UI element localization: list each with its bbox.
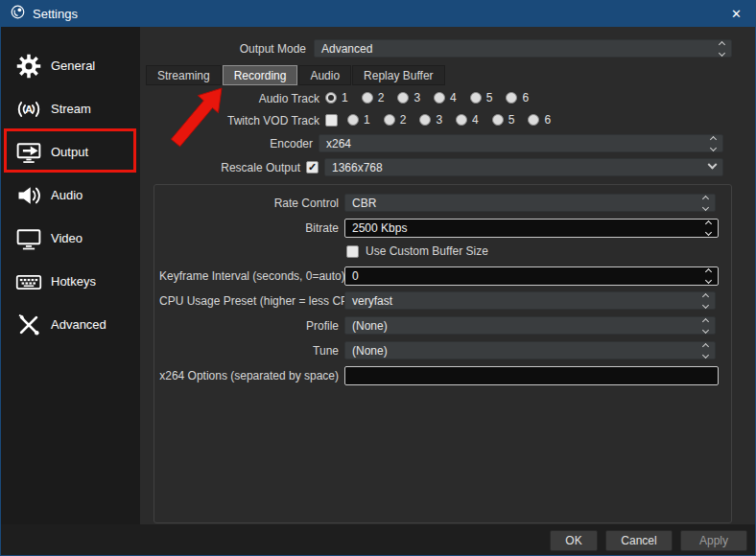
profile-label: Profile <box>159 317 339 336</box>
profile-value: (None) <box>352 319 388 333</box>
hotkeys-icon <box>12 268 45 295</box>
keyframe-interval-input[interactable]: 0 <box>344 266 719 286</box>
radio-label: 4 <box>450 91 457 104</box>
audio-track-radio-1[interactable] <box>325 92 337 104</box>
spinner-arrows-icon[interactable] <box>706 269 711 283</box>
radio-label: 2 <box>400 113 407 127</box>
output-mode-value: Advanced <box>321 42 372 56</box>
twitch-vod-radio-3[interactable] <box>419 114 431 126</box>
tab-audio[interactable]: Audio <box>298 65 351 85</box>
rate-control-select[interactable]: CBR <box>344 194 716 212</box>
audio-track-radio-2[interactable] <box>362 92 373 104</box>
output-mode-label: Output Mode <box>145 40 306 58</box>
custom-buffer-label: Use Custom Buffer Size <box>366 244 488 258</box>
tab-recording[interactable]: Recording <box>223 65 298 85</box>
keyframe-interval-label: Keyframe Interval (seconds, 0=auto) <box>159 267 339 286</box>
gear-icon <box>12 53 45 80</box>
tune-select[interactable]: (None) <box>344 341 716 359</box>
audio-track-radio-5[interactable] <box>470 92 482 104</box>
cpu-preset-value: veryfast <box>352 294 392 308</box>
output-tabbar: Streaming Recording Audio Replay Buffer <box>146 65 446 85</box>
radio-label: 5 <box>486 91 493 104</box>
spinner-arrows-icon[interactable] <box>703 319 708 333</box>
audio-track-radio-3[interactable] <box>397 92 409 104</box>
sidebar-item-label: Audio <box>51 188 83 202</box>
bitrate-label: Bitrate <box>159 220 339 238</box>
cancel-button[interactable]: Cancel <box>605 530 673 551</box>
twitch-vod-radio-5[interactable] <box>492 114 504 126</box>
close-icon[interactable]: ✕ <box>727 7 745 21</box>
apply-button[interactable]: Apply <box>680 530 747 551</box>
chevron-down-icon[interactable] <box>708 160 718 170</box>
stream-icon: A <box>12 96 45 123</box>
custom-buffer-row: Use Custom Buffer Size <box>346 244 488 258</box>
radio-label: 1 <box>364 113 370 127</box>
tab-streaming[interactable]: Streaming <box>146 65 222 85</box>
audio-track-radio-6[interactable] <box>506 92 517 104</box>
sidebar-item-label: Advanced <box>51 317 106 332</box>
custom-buffer-checkbox[interactable] <box>346 245 359 258</box>
svg-text:A: A <box>25 104 33 115</box>
annotation-arrow <box>166 83 227 156</box>
cpu-preset-label: CPU Usage Preset (higher = less CPU) <box>159 292 339 311</box>
twitch-vod-controls: 1 2 3 4 5 6 <box>325 113 564 127</box>
cpu-preset-select[interactable]: veryfast <box>344 291 716 310</box>
sidebar-item-video[interactable]: Video <box>1 217 140 260</box>
keyframe-interval-value: 0 <box>352 269 359 283</box>
twitch-vod-checkbox[interactable] <box>325 114 338 127</box>
radio-label: 6 <box>544 113 551 127</box>
tune-label: Tune <box>159 342 339 360</box>
bitrate-input[interactable]: 2500 Kbps <box>344 219 719 238</box>
rescale-resolution-value: 1366x768 <box>332 161 383 174</box>
sidebar-item-label: General <box>51 58 95 73</box>
sidebar-item-stream[interactable]: A Stream <box>1 87 140 130</box>
radio-label: 6 <box>522 91 529 104</box>
profile-select[interactable]: (None) <box>344 316 716 335</box>
tune-value: (None) <box>352 344 388 358</box>
sidebar-item-audio[interactable]: Audio <box>1 174 140 217</box>
spinner-arrows-icon[interactable] <box>703 294 708 308</box>
settings-window: Settings ✕ General A Stream Output A <box>0 0 756 556</box>
audio-track-radio-4[interactable] <box>434 92 445 104</box>
output-mode-select[interactable]: Advanced <box>314 39 732 58</box>
radio-label: 4 <box>472 113 479 127</box>
sidebar-item-advanced[interactable]: Advanced <box>1 303 140 346</box>
rate-control-value: CBR <box>352 197 376 210</box>
spinner-arrows-icon[interactable] <box>720 42 724 56</box>
radio-label: 3 <box>413 91 420 104</box>
spinner-arrows-icon[interactable] <box>703 197 708 210</box>
footer-bar: OK Cancel Apply <box>1 524 755 556</box>
tab-replay-buffer[interactable]: Replay Buffer <box>352 65 445 85</box>
obs-logo-icon <box>11 5 25 23</box>
bitrate-value: 2500 Kbps <box>352 221 407 235</box>
twitch-vod-radio-6[interactable] <box>528 114 539 126</box>
x264-options-input[interactable] <box>344 366 719 385</box>
twitch-vod-radio-1[interactable] <box>347 114 359 126</box>
video-icon <box>12 225 45 252</box>
sidebar: General A Stream Output Audio Video <box>1 27 140 524</box>
audio-icon <box>12 182 45 209</box>
annotation-highlight-rect <box>4 128 136 173</box>
rate-control-label: Rate Control <box>159 195 339 213</box>
window-title: Settings <box>33 7 78 21</box>
rescale-output-checkbox[interactable] <box>306 161 319 174</box>
x264-options-label: x264 Options (separated by space) <box>159 367 339 385</box>
twitch-vod-radio-4[interactable] <box>456 114 467 126</box>
radio-label: 3 <box>436 113 442 127</box>
encoder-select[interactable]: x264 <box>319 134 723 152</box>
spinner-arrows-icon[interactable] <box>706 221 711 235</box>
titlebar: Settings ✕ <box>1 1 755 27</box>
radio-label: 1 <box>342 91 348 104</box>
sidebar-item-label: Stream <box>51 102 91 116</box>
rescale-resolution-select[interactable]: 1366x768 <box>324 158 723 176</box>
sidebar-item-label: Hotkeys <box>51 274 96 289</box>
spinner-arrows-icon[interactable] <box>703 344 708 358</box>
twitch-vod-radio-2[interactable] <box>384 114 395 126</box>
radio-label: 2 <box>378 91 385 104</box>
radio-label: 5 <box>508 113 515 127</box>
sidebar-item-hotkeys[interactable]: Hotkeys <box>1 260 140 303</box>
sidebar-item-label: Video <box>51 231 83 245</box>
ok-button[interactable]: OK <box>550 530 598 551</box>
spinner-arrows-icon[interactable] <box>711 137 716 151</box>
sidebar-item-general[interactable]: General <box>1 44 140 87</box>
